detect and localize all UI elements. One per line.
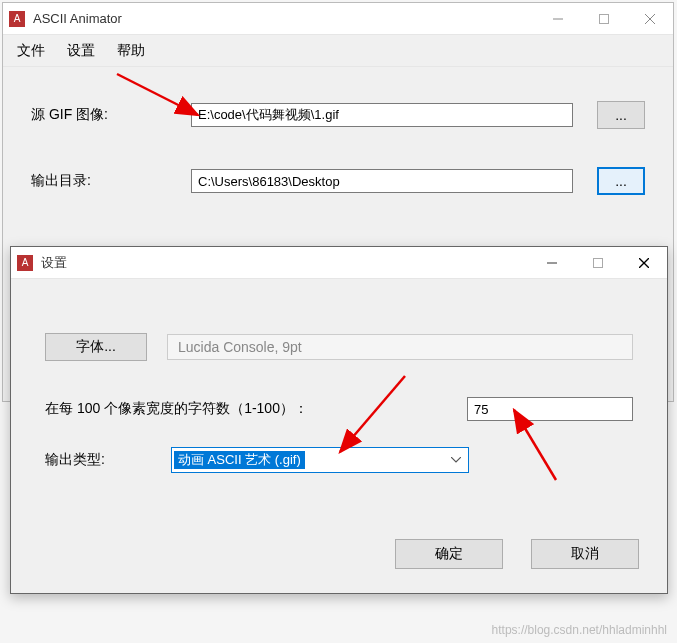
font-display: Lucida Console, 9pt	[167, 334, 633, 360]
menu-file[interactable]: 文件	[17, 42, 45, 60]
dialog-minimize-icon[interactable]	[529, 247, 575, 279]
settings-dialog: 设置 字体... Lucida Console, 9pt 在每 100 个像素宽…	[10, 246, 668, 594]
window-controls	[535, 3, 673, 35]
output-browse-button[interactable]: ...	[597, 167, 645, 195]
font-button[interactable]: 字体...	[45, 333, 147, 361]
menubar: 文件 设置 帮助	[3, 35, 673, 67]
close-icon[interactable]	[627, 3, 673, 35]
watermark: https://blog.csdn.net/hhladminhhl	[492, 623, 667, 637]
output-type-select[interactable]: 动画 ASCII 艺术 (.gif)	[171, 447, 469, 473]
output-type-selected: 动画 ASCII 艺术 (.gif)	[174, 451, 305, 469]
chars-label: 在每 100 个像素宽度的字符数（1-100）：	[45, 400, 467, 418]
output-type-row: 输出类型: 动画 ASCII 艺术 (.gif)	[45, 447, 633, 473]
dialog-buttons: 确定 取消	[395, 539, 639, 569]
minimize-icon[interactable]	[535, 3, 581, 35]
output-dir-input[interactable]	[191, 169, 573, 193]
source-row: 源 GIF 图像: ...	[31, 101, 645, 129]
window-title: ASCII Animator	[33, 11, 535, 26]
menu-help[interactable]: 帮助	[117, 42, 145, 60]
chars-row: 在每 100 个像素宽度的字符数（1-100）：	[45, 397, 633, 421]
cancel-button[interactable]: 取消	[531, 539, 639, 569]
source-browse-button[interactable]: ...	[597, 101, 645, 129]
font-row: 字体... Lucida Console, 9pt	[45, 333, 633, 361]
dialog-content: 字体... Lucida Console, 9pt 在每 100 个像素宽度的字…	[11, 279, 667, 473]
menu-settings[interactable]: 设置	[67, 42, 95, 60]
output-type-label: 输出类型:	[45, 451, 171, 469]
dialog-title: 设置	[41, 254, 529, 272]
dialog-app-icon	[17, 255, 33, 271]
app-icon	[9, 11, 25, 27]
output-row: 输出目录: ...	[31, 167, 645, 195]
dialog-titlebar: 设置	[11, 247, 667, 279]
chars-per-100px-input[interactable]	[467, 397, 633, 421]
source-label: 源 GIF 图像:	[31, 106, 191, 124]
dialog-maximize-icon[interactable]	[575, 247, 621, 279]
maximize-icon[interactable]	[581, 3, 627, 35]
dialog-window-controls	[529, 247, 667, 279]
svg-rect-5	[594, 258, 603, 267]
source-gif-input[interactable]	[191, 103, 573, 127]
chevron-down-icon	[446, 448, 464, 472]
dialog-close-icon[interactable]	[621, 247, 667, 279]
main-content: 源 GIF 图像: ... 输出目录: ...	[3, 67, 673, 195]
svg-rect-1	[600, 14, 609, 23]
titlebar: ASCII Animator	[3, 3, 673, 35]
ok-button[interactable]: 确定	[395, 539, 503, 569]
output-label: 输出目录:	[31, 172, 191, 190]
